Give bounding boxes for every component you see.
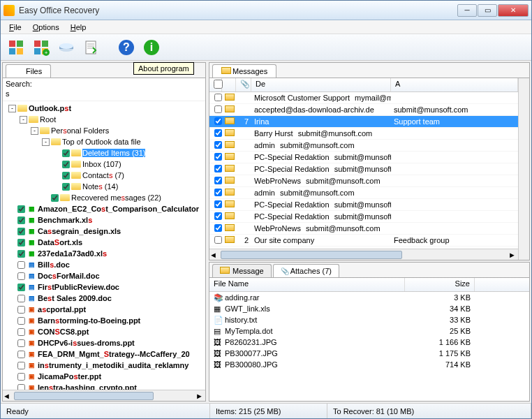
message-checkbox[interactable]: [214, 129, 222, 137]
messages-vscrollbar[interactable]: [518, 78, 529, 260]
col-envelope[interactable]: [222, 78, 236, 91]
col-a[interactable]: A: [391, 78, 518, 91]
message-checkbox[interactable]: [214, 94, 222, 101]
tree-checkbox[interactable]: [62, 161, 70, 168]
message-row[interactable]: PC-Special Redaktion submit@munsoft.com: [209, 199, 518, 211]
tree-checkbox[interactable]: [17, 295, 25, 302]
tree-item[interactable]: ▤DocsForMail.doc: [4, 270, 204, 281]
message-row[interactable]: Barry Hurst submit@munsoft.com: [209, 128, 518, 140]
message-row[interactable]: PC-Special Redaktion submit@munsoft.com: [209, 211, 518, 223]
tree-item[interactable]: ▣instrumenty_i_metodiki_audita_reklamny: [4, 360, 204, 371]
tree-label[interactable]: Inbox (107): [82, 160, 121, 168]
message-tab[interactable]: Message: [212, 264, 272, 277]
tree-label[interactable]: Top of Outlook data file: [62, 138, 141, 146]
tree-label[interactable]: DataSort.xls: [38, 238, 82, 247]
col-de[interactable]: De: [251, 78, 391, 91]
tree-checkbox[interactable]: [17, 328, 25, 336]
about-button[interactable]: i: [140, 36, 163, 59]
message-checkbox[interactable]: [214, 212, 222, 220]
tree-checkbox[interactable]: [17, 272, 25, 280]
tree-label[interactable]: Cassegrain_design.xls: [38, 227, 121, 235]
message-row[interactable]: WebProNews submit@munsoft.com: [209, 223, 518, 235]
tree-label[interactable]: FEA_DRM_Mgmt_Strategy--McCaffery_20: [38, 350, 190, 358]
tree-label[interactable]: ascportal.ppt: [38, 305, 86, 314]
tree-item[interactable]: ▣FEA_DRM_Mgmt_Strategy--McCaffery_20: [4, 348, 204, 360]
tree-item[interactable]: ▣CONSCS8.ppt: [4, 326, 204, 337]
col-checkbox[interactable]: [209, 78, 222, 91]
recover-button[interactable]: [80, 36, 103, 59]
expand-toggle[interactable]: -: [20, 116, 27, 124]
tree-checkbox[interactable]: [17, 384, 25, 390]
messages-tab[interactable]: Messages: [212, 64, 276, 78]
search-input[interactable]: [6, 88, 202, 99]
tree-checkbox[interactable]: [17, 373, 25, 381]
tree-item[interactable]: Recovered messages (22): [4, 192, 204, 203]
tree-label[interactable]: Notes (14): [82, 182, 118, 191]
attachment-row[interactable]: ▤MyTempla.dot25 KB: [209, 325, 529, 337]
message-checkbox[interactable]: [214, 224, 222, 232]
message-checkbox[interactable]: [214, 105, 222, 113]
messages-hscrollbar[interactable]: ◄►: [209, 249, 518, 260]
tree-label[interactable]: Personal Folders: [51, 126, 109, 135]
attachment-row[interactable]: 📚adding.rar3 KB: [209, 292, 529, 303]
tree-label[interactable]: instrumenty_i_metodiki_audita_reklamny: [38, 361, 189, 369]
minimize-button[interactable]: ─: [457, 4, 477, 17]
tree-item[interactable]: Notes (14): [4, 181, 204, 192]
expand-toggle[interactable]: -: [8, 105, 16, 112]
message-checkbox[interactable]: [214, 165, 222, 172]
tree-label[interactable]: Bills.doc: [38, 260, 70, 269]
attachment-row[interactable]: 🖼PB300080.JPG714 KB: [209, 359, 529, 370]
expand-toggle[interactable]: -: [42, 138, 50, 146]
tree-item[interactable]: ▦Benchmark.xls: [4, 214, 204, 226]
tree-checkbox[interactable]: [51, 194, 59, 202]
tree-item[interactable]: ▦Cassegrain_design.xls: [4, 226, 204, 237]
scan-button[interactable]: [55, 36, 77, 59]
message-checkbox[interactable]: [214, 200, 222, 208]
message-row[interactable]: PC-Special Redaktion submit@munsoft.com: [209, 152, 518, 163]
tree-label[interactable]: Deleted Items (31): [82, 149, 145, 157]
tree-checkbox[interactable]: [17, 306, 25, 314]
tree-checkbox[interactable]: [17, 239, 25, 247]
tree-item[interactable]: ▣lenstra-hashing_crypto.ppt: [4, 382, 204, 390]
message-row[interactable]: admin submit@munsoft.com: [209, 140, 518, 152]
expand-toggle[interactable]: -: [31, 127, 38, 135]
tree-label[interactable]: Best Sales 2009.doc: [38, 294, 112, 302]
menu-file[interactable]: File: [3, 22, 27, 33]
tree-label[interactable]: Contacts (7): [82, 171, 124, 179]
tree-item[interactable]: ▦Amazon_EC2_Cost_Comparison_Calculator: [4, 203, 204, 214]
tree-hscrollbar[interactable]: ◄►: [3, 390, 205, 401]
tree-checkbox[interactable]: [62, 183, 70, 191]
message-row[interactable]: WebProNews submit@munsoft.com: [209, 175, 518, 187]
attachment-row[interactable]: 📄history.txt33 KB: [209, 314, 529, 325]
message-checkbox[interactable]: [214, 141, 222, 149]
tree-checkbox[interactable]: [17, 284, 25, 291]
tree-item[interactable]: -Outlook.pst: [4, 103, 204, 114]
message-checkbox[interactable]: [214, 153, 222, 161]
message-row[interactable]: Microsoft Customer Support mymail@munsof…: [209, 92, 518, 104]
message-checkbox[interactable]: [214, 189, 222, 196]
tree-label[interactable]: Outlook.pst: [29, 104, 71, 112]
tree-item[interactable]: ▤Best Sales 2009.doc: [4, 293, 204, 304]
message-row[interactable]: admin submit@munsoft.com: [209, 187, 518, 199]
attaches-tab[interactable]: 📎 Attaches (7): [273, 264, 339, 277]
file-tree[interactable]: -Outlook.pst-Root-Personal Folders-Top o…: [3, 101, 205, 390]
tree-item[interactable]: -Personal Folders: [4, 125, 204, 136]
open-office-file-button[interactable]: [5, 36, 27, 59]
add-file-button[interactable]: +: [30, 36, 52, 59]
col-attachment-icon[interactable]: 📎: [236, 78, 251, 91]
message-checkbox[interactable]: [214, 117, 222, 125]
tree-label[interactable]: DocsForMail.doc: [38, 272, 100, 280]
message-row[interactable]: PC-Special Redaktion submit@munsoft.com: [209, 163, 518, 175]
tree-item[interactable]: ▦DataSort.xls: [4, 237, 204, 248]
tree-item[interactable]: ▣DHCPv6-issues-droms.ppt: [4, 337, 204, 348]
tree-label[interactable]: Barnstorming-to-Boeing.ppt: [38, 316, 140, 325]
tree-item[interactable]: ▣Barnstorming-to-Boeing.ppt: [4, 315, 204, 326]
tree-label[interactable]: Amazon_EC2_Cost_Comparison_Calculator: [38, 205, 199, 213]
tree-item[interactable]: -Root: [4, 114, 204, 125]
tree-label[interactable]: Benchmark.xls: [38, 216, 92, 224]
message-checkbox[interactable]: [214, 236, 222, 244]
tree-checkbox[interactable]: [17, 351, 25, 358]
message-row[interactable]: 7Irina Support team: [209, 116, 518, 128]
tree-checkbox[interactable]: [17, 261, 25, 269]
tree-label[interactable]: DHCPv6-issues-droms.ppt: [38, 339, 135, 347]
